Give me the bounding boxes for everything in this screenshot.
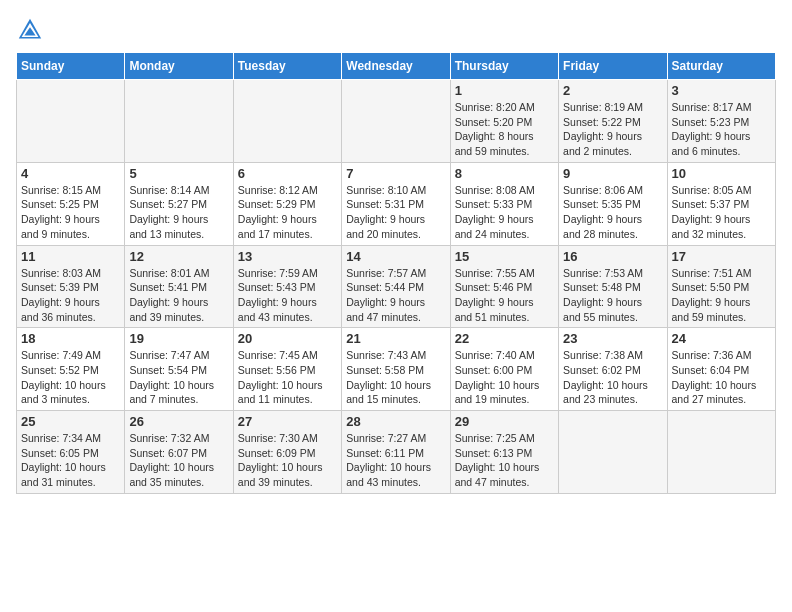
- calendar-cell: 4Sunrise: 8:15 AMSunset: 5:25 PMDaylight…: [17, 162, 125, 245]
- day-number: 14: [346, 249, 445, 264]
- day-number: 13: [238, 249, 337, 264]
- calendar-cell: 26Sunrise: 7:32 AMSunset: 6:07 PMDayligh…: [125, 411, 233, 494]
- day-info: Sunrise: 8:03 AMSunset: 5:39 PMDaylight:…: [21, 266, 120, 325]
- day-info: Sunrise: 7:36 AMSunset: 6:04 PMDaylight:…: [672, 348, 771, 407]
- day-info: Sunrise: 8:06 AMSunset: 5:35 PMDaylight:…: [563, 183, 662, 242]
- week-row-5: 25Sunrise: 7:34 AMSunset: 6:05 PMDayligh…: [17, 411, 776, 494]
- day-info: Sunrise: 7:53 AMSunset: 5:48 PMDaylight:…: [563, 266, 662, 325]
- day-number: 12: [129, 249, 228, 264]
- calendar-cell: 24Sunrise: 7:36 AMSunset: 6:04 PMDayligh…: [667, 328, 775, 411]
- day-number: 2: [563, 83, 662, 98]
- day-number: 20: [238, 331, 337, 346]
- day-info: Sunrise: 7:38 AMSunset: 6:02 PMDaylight:…: [563, 348, 662, 407]
- calendar-cell: 11Sunrise: 8:03 AMSunset: 5:39 PMDayligh…: [17, 245, 125, 328]
- calendar-cell: [342, 80, 450, 163]
- day-header-thursday: Thursday: [450, 53, 558, 80]
- day-info: Sunrise: 7:49 AMSunset: 5:52 PMDaylight:…: [21, 348, 120, 407]
- day-info: Sunrise: 8:01 AMSunset: 5:41 PMDaylight:…: [129, 266, 228, 325]
- day-number: 1: [455, 83, 554, 98]
- calendar-cell: 17Sunrise: 7:51 AMSunset: 5:50 PMDayligh…: [667, 245, 775, 328]
- day-info: Sunrise: 8:10 AMSunset: 5:31 PMDaylight:…: [346, 183, 445, 242]
- calendar-cell: [17, 80, 125, 163]
- day-header-sunday: Sunday: [17, 53, 125, 80]
- day-number: 19: [129, 331, 228, 346]
- day-info: Sunrise: 7:51 AMSunset: 5:50 PMDaylight:…: [672, 266, 771, 325]
- calendar-cell: 20Sunrise: 7:45 AMSunset: 5:56 PMDayligh…: [233, 328, 341, 411]
- day-number: 25: [21, 414, 120, 429]
- day-header-saturday: Saturday: [667, 53, 775, 80]
- calendar-cell: 7Sunrise: 8:10 AMSunset: 5:31 PMDaylight…: [342, 162, 450, 245]
- day-number: 8: [455, 166, 554, 181]
- week-row-2: 4Sunrise: 8:15 AMSunset: 5:25 PMDaylight…: [17, 162, 776, 245]
- day-info: Sunrise: 7:55 AMSunset: 5:46 PMDaylight:…: [455, 266, 554, 325]
- day-info: Sunrise: 7:30 AMSunset: 6:09 PMDaylight:…: [238, 431, 337, 490]
- day-info: Sunrise: 8:15 AMSunset: 5:25 PMDaylight:…: [21, 183, 120, 242]
- calendar-cell: 25Sunrise: 7:34 AMSunset: 6:05 PMDayligh…: [17, 411, 125, 494]
- logo-icon: [16, 16, 44, 44]
- day-number: 4: [21, 166, 120, 181]
- calendar-cell: [125, 80, 233, 163]
- calendar-cell: [233, 80, 341, 163]
- day-header-tuesday: Tuesday: [233, 53, 341, 80]
- logo: [16, 16, 48, 44]
- day-number: 27: [238, 414, 337, 429]
- calendar-cell: 3Sunrise: 8:17 AMSunset: 5:23 PMDaylight…: [667, 80, 775, 163]
- day-number: 10: [672, 166, 771, 181]
- day-number: 17: [672, 249, 771, 264]
- day-number: 29: [455, 414, 554, 429]
- day-number: 26: [129, 414, 228, 429]
- day-number: 16: [563, 249, 662, 264]
- day-number: 24: [672, 331, 771, 346]
- header: [16, 16, 776, 44]
- calendar-cell: 21Sunrise: 7:43 AMSunset: 5:58 PMDayligh…: [342, 328, 450, 411]
- calendar-cell: 23Sunrise: 7:38 AMSunset: 6:02 PMDayligh…: [559, 328, 667, 411]
- day-number: 28: [346, 414, 445, 429]
- day-info: Sunrise: 7:45 AMSunset: 5:56 PMDaylight:…: [238, 348, 337, 407]
- day-info: Sunrise: 7:27 AMSunset: 6:11 PMDaylight:…: [346, 431, 445, 490]
- day-info: Sunrise: 8:05 AMSunset: 5:37 PMDaylight:…: [672, 183, 771, 242]
- day-number: 7: [346, 166, 445, 181]
- calendar-cell: 14Sunrise: 7:57 AMSunset: 5:44 PMDayligh…: [342, 245, 450, 328]
- calendar-cell: 15Sunrise: 7:55 AMSunset: 5:46 PMDayligh…: [450, 245, 558, 328]
- day-info: Sunrise: 7:43 AMSunset: 5:58 PMDaylight:…: [346, 348, 445, 407]
- calendar-cell: 12Sunrise: 8:01 AMSunset: 5:41 PMDayligh…: [125, 245, 233, 328]
- day-info: Sunrise: 8:20 AMSunset: 5:20 PMDaylight:…: [455, 100, 554, 159]
- day-number: 6: [238, 166, 337, 181]
- day-number: 11: [21, 249, 120, 264]
- day-header-monday: Monday: [125, 53, 233, 80]
- calendar-cell: 27Sunrise: 7:30 AMSunset: 6:09 PMDayligh…: [233, 411, 341, 494]
- day-info: Sunrise: 7:32 AMSunset: 6:07 PMDaylight:…: [129, 431, 228, 490]
- week-row-1: 1Sunrise: 8:20 AMSunset: 5:20 PMDaylight…: [17, 80, 776, 163]
- calendar-cell: 5Sunrise: 8:14 AMSunset: 5:27 PMDaylight…: [125, 162, 233, 245]
- day-info: Sunrise: 8:14 AMSunset: 5:27 PMDaylight:…: [129, 183, 228, 242]
- day-header-friday: Friday: [559, 53, 667, 80]
- calendar-cell: 10Sunrise: 8:05 AMSunset: 5:37 PMDayligh…: [667, 162, 775, 245]
- day-number: 23: [563, 331, 662, 346]
- calendar-cell: 29Sunrise: 7:25 AMSunset: 6:13 PMDayligh…: [450, 411, 558, 494]
- day-number: 18: [21, 331, 120, 346]
- day-info: Sunrise: 7:25 AMSunset: 6:13 PMDaylight:…: [455, 431, 554, 490]
- day-number: 22: [455, 331, 554, 346]
- calendar-cell: 1Sunrise: 8:20 AMSunset: 5:20 PMDaylight…: [450, 80, 558, 163]
- day-info: Sunrise: 8:08 AMSunset: 5:33 PMDaylight:…: [455, 183, 554, 242]
- day-info: Sunrise: 8:12 AMSunset: 5:29 PMDaylight:…: [238, 183, 337, 242]
- day-info: Sunrise: 8:19 AMSunset: 5:22 PMDaylight:…: [563, 100, 662, 159]
- day-info: Sunrise: 8:17 AMSunset: 5:23 PMDaylight:…: [672, 100, 771, 159]
- day-info: Sunrise: 7:57 AMSunset: 5:44 PMDaylight:…: [346, 266, 445, 325]
- calendar-cell: 9Sunrise: 8:06 AMSunset: 5:35 PMDaylight…: [559, 162, 667, 245]
- day-info: Sunrise: 7:47 AMSunset: 5:54 PMDaylight:…: [129, 348, 228, 407]
- calendar-cell: [559, 411, 667, 494]
- week-row-4: 18Sunrise: 7:49 AMSunset: 5:52 PMDayligh…: [17, 328, 776, 411]
- week-row-3: 11Sunrise: 8:03 AMSunset: 5:39 PMDayligh…: [17, 245, 776, 328]
- calendar-cell: 22Sunrise: 7:40 AMSunset: 6:00 PMDayligh…: [450, 328, 558, 411]
- day-number: 9: [563, 166, 662, 181]
- calendar-cell: [667, 411, 775, 494]
- calendar-cell: 2Sunrise: 8:19 AMSunset: 5:22 PMDaylight…: [559, 80, 667, 163]
- calendar-cell: 18Sunrise: 7:49 AMSunset: 5:52 PMDayligh…: [17, 328, 125, 411]
- day-header-wednesday: Wednesday: [342, 53, 450, 80]
- calendar-cell: 16Sunrise: 7:53 AMSunset: 5:48 PMDayligh…: [559, 245, 667, 328]
- calendar-cell: 6Sunrise: 8:12 AMSunset: 5:29 PMDaylight…: [233, 162, 341, 245]
- calendar-cell: 13Sunrise: 7:59 AMSunset: 5:43 PMDayligh…: [233, 245, 341, 328]
- day-number: 21: [346, 331, 445, 346]
- calendar-cell: 28Sunrise: 7:27 AMSunset: 6:11 PMDayligh…: [342, 411, 450, 494]
